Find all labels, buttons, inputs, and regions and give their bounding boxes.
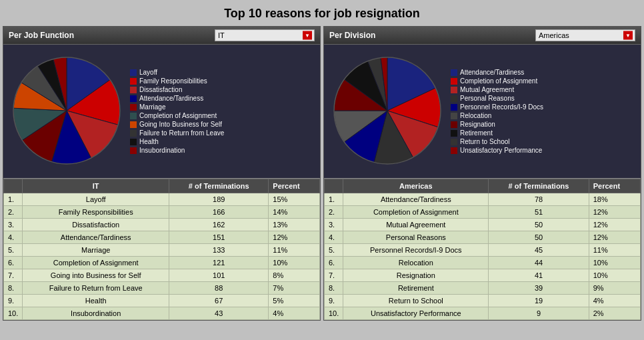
table-cell-num: 3. xyxy=(325,219,343,231)
right-division-select[interactable]: Americas xyxy=(535,29,635,41)
left-job-function-select[interactable]: IT xyxy=(215,29,315,41)
table-cell-num: 2. xyxy=(325,206,343,219)
legend-color-box xyxy=(451,147,457,154)
table-cell-reason: Going into Business for Self xyxy=(23,269,169,282)
table-cell-num: 1. xyxy=(4,193,23,206)
table-cell-num: 4. xyxy=(325,231,343,244)
table-cell-pct: 10% xyxy=(269,257,320,269)
legend-color-box xyxy=(451,121,457,128)
table-row: 6.Relocation4410% xyxy=(325,257,641,269)
table-cell-count: 44 xyxy=(489,257,589,269)
left-col-pct: Percent xyxy=(269,179,320,193)
legend-item: Resignation xyxy=(451,121,543,128)
left-table-body: 1.Layoff18915%2.Family Responsibilities1… xyxy=(4,193,320,320)
table-cell-count: 50 xyxy=(489,231,589,244)
table-cell-count: 67 xyxy=(169,295,269,307)
legend-label: Completion of Assignment xyxy=(139,112,217,119)
left-select-wrapper[interactable]: IT xyxy=(215,29,315,41)
table-cell-count: 121 xyxy=(169,257,269,269)
legend-color-box xyxy=(451,104,457,111)
table-cell-reason: Health xyxy=(23,295,169,307)
table-row: 5.Marriage13311% xyxy=(4,244,320,257)
left-table: IT # of Terminations Percent 1.Layoff189… xyxy=(3,179,320,320)
table-cell-pct: 18% xyxy=(589,193,640,206)
legend-label: Mutual Agreement xyxy=(460,86,514,93)
table-cell-reason: Dissatisfaction xyxy=(23,219,169,231)
legend-label: Relocation xyxy=(460,112,491,119)
table-cell-num: 5. xyxy=(325,244,343,257)
table-cell-num: 8. xyxy=(325,282,343,295)
table-cell-pct: 12% xyxy=(269,231,320,244)
legend-color-box xyxy=(451,78,457,85)
table-cell-reason: Attendance/Tardiness xyxy=(23,231,169,244)
table-cell-pct: 11% xyxy=(589,244,640,257)
legend-color-box xyxy=(130,87,137,93)
table-row: 4.Attendance/Tardiness15112% xyxy=(4,231,320,244)
legend-color-box xyxy=(130,121,137,128)
legend-color-box xyxy=(130,139,137,145)
table-cell-num: 9. xyxy=(325,295,343,307)
table-cell-num: 8. xyxy=(4,282,23,295)
legend-label: Failure to Return from Leave xyxy=(139,129,224,137)
table-row: 4.Personal Reasons5012% xyxy=(325,231,641,244)
legend-color-box xyxy=(451,130,457,137)
table-cell-pct: 10% xyxy=(589,269,640,282)
table-cell-reason: Mutual Agreement xyxy=(343,219,489,231)
table-cell-pct: 2% xyxy=(589,307,640,320)
legend-label: Marriage xyxy=(139,103,165,111)
legend-label: Attendance/Tardiness xyxy=(460,69,524,76)
table-cell-count: 9 xyxy=(489,307,589,320)
table-cell-reason: Layoff xyxy=(23,193,169,206)
right-panel-body: Attendance/TardinessCompletion of Assign… xyxy=(324,45,641,178)
legend-item: Personal Reasons xyxy=(451,95,543,102)
legend-color-box xyxy=(130,130,137,137)
legend-label: Unsatisfactory Performance xyxy=(460,147,542,154)
table-row: 9.Health675% xyxy=(4,295,320,307)
legend-color-box xyxy=(130,147,137,154)
table-row: 3.Mutual Agreement5012% xyxy=(325,219,641,231)
left-panel-title: Per Job Function xyxy=(9,31,74,40)
table-row: 2.Family Responsibilities16614% xyxy=(4,206,320,219)
right-col-count: # of Terminations xyxy=(489,179,589,193)
legend-item: Failure to Return from Leave xyxy=(130,129,224,137)
table-cell-reason: Personal Reasons xyxy=(343,231,489,244)
table-row: 8.Failure to Return from Leave887% xyxy=(4,282,320,295)
left-col-count: # of Terminations xyxy=(169,179,269,193)
table-row: 1.Attendance/Tardiness7818% xyxy=(325,193,641,206)
left-table-container: IT # of Terminations Percent 1.Layoff189… xyxy=(3,178,320,320)
legend-color-box xyxy=(130,104,137,111)
table-cell-reason: Family Responsibilities xyxy=(23,206,169,219)
table-row: 5.Personnel Records/I-9 Docs4511% xyxy=(325,244,641,257)
right-table-body: 1.Attendance/Tardiness7818%2.Completion … xyxy=(325,193,641,320)
table-cell-reason: Return to School xyxy=(343,295,489,307)
legend-item: Going Into Business for Self xyxy=(130,121,224,128)
page-title: Top 10 reasons for job resignation xyxy=(0,0,644,26)
legend-item: Attendance/Tardiness xyxy=(130,95,224,102)
table-cell-pct: 5% xyxy=(269,295,320,307)
table-cell-pct: 11% xyxy=(269,244,320,257)
legend-item: Family Responsibilities xyxy=(130,77,224,85)
left-panel: Per Job Function IT LayoffFamily Respons… xyxy=(3,26,321,321)
table-row: 3.Dissatisfaction16213% xyxy=(4,219,320,231)
legend-item: Completion of Assignment xyxy=(130,112,224,119)
table-cell-reason: Marriage xyxy=(23,244,169,257)
legend-item: Health xyxy=(130,138,224,145)
legend-label: Attendance/Tardiness xyxy=(139,95,203,102)
legend-label: Layoff xyxy=(139,69,157,76)
legend-label: Retirement xyxy=(460,129,493,137)
legend-label: Dissatisfaction xyxy=(139,86,182,93)
legend-label: Completion of Assignment xyxy=(460,77,537,85)
right-select-wrapper[interactable]: Americas xyxy=(535,29,635,41)
table-cell-reason: Relocation xyxy=(343,257,489,269)
table-cell-num: 4. xyxy=(4,231,23,244)
table-cell-pct: 9% xyxy=(589,282,640,295)
table-cell-reason: Personnel Records/I-9 Docs xyxy=(343,244,489,257)
table-cell-count: 133 xyxy=(169,244,269,257)
table-row: 8.Retirement399% xyxy=(325,282,641,295)
table-cell-pct: 13% xyxy=(269,219,320,231)
table-cell-pct: 14% xyxy=(269,206,320,219)
legend-label: Return to School xyxy=(460,138,510,145)
legend-color-box xyxy=(451,113,457,119)
table-cell-num: 5. xyxy=(4,244,23,257)
legend-item: Completion of Assignment xyxy=(451,77,543,85)
